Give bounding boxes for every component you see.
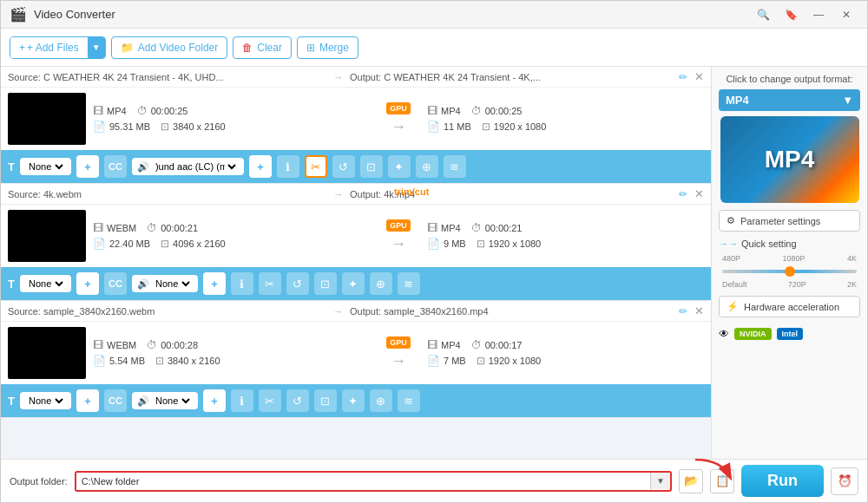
folder-browse-button[interactable]: 📂 bbox=[679, 469, 703, 493]
subtitle-overlay-btn-1[interactable]: ⊕ bbox=[416, 155, 438, 178]
arrow-right-3: → bbox=[391, 352, 406, 370]
output-folder-input-wrap[interactable]: ▼ bbox=[75, 471, 672, 492]
search-title-btn[interactable]: 🔍 bbox=[751, 5, 775, 24]
minimize-btn[interactable]: — bbox=[806, 5, 831, 24]
alarm-button[interactable]: ⏰ bbox=[831, 467, 858, 495]
rotate-btn-2[interactable]: ↺ bbox=[286, 272, 309, 295]
folder-dropdown-arrow[interactable]: ▼ bbox=[650, 473, 670, 489]
add-video-folder-button[interactable]: 📁 Add Video Folder bbox=[111, 36, 228, 59]
add-subtitle-btn-2[interactable]: + bbox=[76, 272, 99, 295]
add-subtitle-btn-3[interactable]: + bbox=[76, 389, 99, 412]
intel-label: Intel bbox=[782, 330, 799, 338]
clear-button[interactable]: 🗑 Clear bbox=[233, 36, 292, 59]
cut-btn-2[interactable]: ✂ bbox=[259, 272, 281, 295]
plus-icon: + bbox=[19, 42, 25, 54]
add-subtitle-btn-1[interactable]: + bbox=[76, 155, 99, 178]
format-thumbnail[interactable]: MP4 bbox=[720, 116, 859, 203]
audio-dropdown-2[interactable]: None bbox=[152, 278, 193, 290]
out-size-icon-1: 📄 bbox=[427, 121, 440, 133]
audio-dropdown-1[interactable]: )und aac (LC) (mp4a bbox=[152, 160, 239, 173]
hardware-acceleration-button[interactable]: ⚡ Hardware acceleration bbox=[719, 296, 860, 317]
output-label-1: Output: C WEATHER 4K 24 Transient - 4K,.… bbox=[350, 72, 668, 82]
add-files-button[interactable]: + + Add Files bbox=[10, 37, 88, 58]
file-item-3: Source: sample_3840x2160.webm → Output: … bbox=[1, 301, 711, 418]
edit-output-icon-2[interactable]: ✏ bbox=[679, 188, 687, 200]
clock-icon-1: ⏱ bbox=[137, 105, 148, 117]
close-item-1[interactable]: ✕ bbox=[694, 70, 704, 83]
add-files-group[interactable]: + + Add Files ▼ bbox=[10, 36, 106, 59]
subtitle-overlay-btn-3[interactable]: ⊕ bbox=[370, 389, 392, 412]
subtitle-select-3[interactable]: None bbox=[20, 392, 71, 409]
edit-output-icon-1[interactable]: ✏ bbox=[679, 71, 687, 83]
right-panel: Click to change output format: MP4 ▼ MP4… bbox=[711, 67, 867, 459]
crop-btn-3[interactable]: ⊡ bbox=[314, 389, 337, 412]
gpu-badge-1: GPU bbox=[386, 102, 411, 114]
rotate-btn-1[interactable]: ↺ bbox=[332, 155, 355, 178]
run-button[interactable]: Run bbox=[741, 465, 824, 497]
output-format-3: MP4 bbox=[441, 340, 461, 350]
out-res-icon-1: ⊡ bbox=[482, 121, 490, 133]
source-size-3: 5.54 MB bbox=[109, 356, 145, 366]
cut-btn-3[interactable]: ✂ bbox=[259, 389, 281, 412]
effect-btn-1[interactable]: ✦ bbox=[388, 155, 411, 178]
format-selector[interactable]: MP4 ▼ bbox=[719, 89, 860, 111]
file-thumb-3 bbox=[8, 327, 86, 379]
info-btn-2[interactable]: ℹ bbox=[231, 272, 253, 295]
output-folder-input[interactable] bbox=[76, 473, 650, 490]
add-files-dropdown-arrow[interactable]: ▼ bbox=[88, 37, 105, 58]
edit-output-icon-3[interactable]: ✏ bbox=[679, 305, 687, 317]
cc-btn-3[interactable]: CC bbox=[104, 389, 127, 412]
output-duration-1: 00:00:25 bbox=[485, 106, 523, 116]
output-label-2: Output: 4k.mp4 bbox=[350, 189, 668, 199]
merge-icon: ⊞ bbox=[306, 42, 315, 54]
add-audio-btn-2[interactable]: + bbox=[203, 272, 226, 295]
watermark-btn-2[interactable]: ≋ bbox=[398, 272, 420, 295]
bookmark-title-btn[interactable]: 🔖 bbox=[779, 5, 803, 24]
out-format-icon-1: 🎞 bbox=[427, 105, 437, 117]
quality-thumb[interactable] bbox=[785, 266, 795, 277]
quality-track[interactable] bbox=[722, 270, 857, 273]
source-size-2: 22.40 MB bbox=[109, 238, 150, 249]
subtitle-dropdown-3[interactable]: None bbox=[25, 395, 66, 407]
convert-arrow-1: GPU → bbox=[377, 102, 420, 136]
cc-btn-2[interactable]: CC bbox=[104, 272, 127, 295]
audio-select-3[interactable]: 🔊 None bbox=[132, 392, 198, 409]
subtitle-select-2[interactable]: None bbox=[20, 275, 71, 292]
source-duration-2: 00:00:21 bbox=[161, 223, 198, 233]
cut-btn-1[interactable]: ✂ bbox=[305, 155, 327, 178]
effect-btn-2[interactable]: ✦ bbox=[342, 272, 365, 295]
folder-open-button[interactable]: 📋 bbox=[710, 469, 734, 493]
add-audio-btn-1[interactable]: + bbox=[249, 155, 272, 178]
subtitle-dropdown-2[interactable]: None bbox=[25, 278, 66, 290]
source-res-2: 4096 x 2160 bbox=[173, 238, 226, 249]
watermark-btn-3[interactable]: ≋ bbox=[398, 389, 420, 412]
source-size-1: 95.31 MB bbox=[109, 121, 150, 132]
audio-dropdown-3[interactable]: None bbox=[152, 395, 193, 407]
subtitle-overlay-btn-2[interactable]: ⊕ bbox=[370, 272, 392, 295]
source-res-1: 3840 x 2160 bbox=[173, 121, 226, 132]
close-item-2[interactable]: ✕ bbox=[694, 187, 704, 200]
subtitle-select-1[interactable]: None bbox=[20, 158, 71, 175]
quality-sublabel-default: Default bbox=[722, 280, 747, 289]
crop-btn-2[interactable]: ⊡ bbox=[314, 272, 337, 295]
subtitle-dropdown-1[interactable]: None bbox=[25, 160, 66, 173]
info-btn-1[interactable]: ℹ bbox=[277, 155, 299, 178]
run-label: Run bbox=[767, 472, 798, 489]
audio-select-2[interactable]: 🔊 None bbox=[132, 275, 198, 292]
output-res-2: 1920 x 1080 bbox=[489, 238, 542, 249]
cc-btn-1[interactable]: CC bbox=[104, 155, 127, 178]
effect-btn-3[interactable]: ✦ bbox=[342, 389, 365, 412]
quick-setting-label: Quick setting bbox=[741, 238, 797, 249]
rotate-btn-3[interactable]: ↺ bbox=[286, 389, 309, 412]
info-btn-3[interactable]: ℹ bbox=[231, 389, 253, 412]
audio-select-1[interactable]: 🔊 )und aac (LC) (mp4a bbox=[132, 158, 244, 175]
add-audio-btn-3[interactable]: + bbox=[203, 389, 226, 412]
intel-badge: Intel bbox=[777, 328, 804, 340]
parameter-settings-button[interactable]: ⚙ Parameter settings bbox=[719, 210, 860, 232]
close-btn[interactable]: ✕ bbox=[834, 5, 858, 24]
close-item-3[interactable]: ✕ bbox=[694, 304, 704, 317]
quality-sublabel-2k: 2K bbox=[847, 280, 857, 289]
crop-btn-1[interactable]: ⊡ bbox=[360, 155, 383, 178]
merge-button[interactable]: ⊞ Merge bbox=[297, 36, 358, 59]
watermark-btn-1[interactable]: ≋ bbox=[444, 155, 466, 178]
